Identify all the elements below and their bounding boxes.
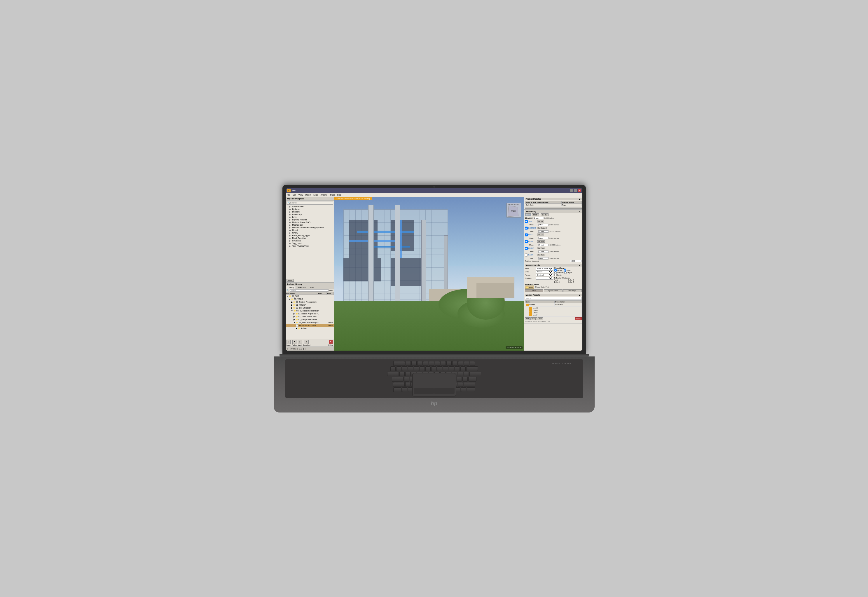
precision-select[interactable] — [536, 277, 553, 280]
follow-button[interactable]: ⚑ Follow — [292, 340, 297, 346]
key-z[interactable] — [405, 382, 410, 387]
preset-root-folder[interactable]: 701814... — [525, 303, 555, 306]
front-offset-input[interactable] — [538, 251, 548, 253]
key-f2[interactable] — [412, 361, 417, 366]
key-7[interactable] — [431, 366, 437, 371]
bottom-offset-input[interactable] — [538, 230, 548, 233]
tree-item-revit-family[interactable]: ▶ Revit_Family_Type — [286, 234, 334, 237]
key-enter[interactable] — [468, 377, 477, 382]
collapse-icon[interactable]: ▲ — [579, 211, 581, 212]
file-item[interactable]: ▶ 📁 01_VDCInP — [286, 304, 334, 306]
top-offset-input[interactable] — [538, 224, 548, 226]
tree-item-interiors[interactable]: ▶ Interiors — [286, 211, 334, 213]
front-checkbox[interactable] — [525, 247, 528, 250]
key-f9[interactable] — [452, 361, 458, 366]
tree-item-level[interactable]: ▶ Level — [286, 216, 334, 218]
clear-button[interactable]: Clear — [525, 289, 544, 292]
key-f6[interactable] — [435, 361, 440, 366]
tree-item-revit-function[interactable]: ▶ Revit_Function — [286, 237, 334, 239]
key-f7[interactable] — [441, 361, 446, 366]
key-backslash[interactable] — [470, 372, 481, 376]
key-f12[interactable] — [470, 361, 475, 366]
file-item[interactable]: ▼ 📁 03_RCS — [286, 295, 334, 298]
right-checkbox[interactable] — [525, 240, 528, 244]
lib-tab-library[interactable]: Library — [286, 286, 296, 289]
face-checkbox[interactable] — [564, 269, 566, 272]
menu-file[interactable]: File — [287, 194, 290, 196]
key-w[interactable] — [405, 372, 410, 376]
add-button[interactable]: + Add — [286, 279, 294, 282]
set-top-button[interactable]: Set Top — [537, 220, 544, 223]
tree-item-material-cad[interactable]: ▶ Material Name CAD — [286, 221, 334, 224]
tree-item-architectural[interactable]: ▶ Architectural — [286, 205, 334, 208]
key-f8[interactable] — [446, 361, 452, 366]
key-a[interactable] — [404, 377, 409, 382]
key-4[interactable] — [414, 366, 419, 371]
object-checkbox[interactable] — [564, 272, 567, 274]
key-f10[interactable] — [458, 361, 463, 366]
key-f4[interactable] — [423, 361, 428, 366]
midpoint-checkbox[interactable] — [554, 272, 557, 274]
file-item[interactable]: ▶ 📁 02_Trade Model Files — [286, 315, 334, 318]
set-right-button[interactable]: Set Right — [537, 240, 546, 243]
key-6[interactable] — [425, 366, 431, 371]
tree-item-tag-physical[interactable]: ▶ Tag_PhysicalType — [286, 245, 334, 247]
key-5[interactable] — [419, 366, 425, 371]
menu-archive[interactable]: Archive — [321, 194, 327, 196]
left-offset-input[interactable] — [538, 237, 548, 239]
menu-edit[interactable]: Edit — [293, 194, 296, 196]
tree-item-qaqc[interactable]: ▶ QAQC — [286, 232, 334, 234]
key-quote[interactable] — [462, 377, 468, 382]
set-bottom-button[interactable]: Set Bottom — [537, 227, 547, 229]
minimize-button[interactable]: ─ — [570, 189, 573, 192]
key-lctrl[interactable] — [393, 388, 401, 392]
file-item-highlighted[interactable]: 📄 09122019 Boom Blo... DWG — [286, 324, 334, 327]
tags-search-input[interactable] — [290, 202, 332, 204]
center-checkbox[interactable] — [554, 274, 557, 276]
key-lbracket[interactable] — [458, 372, 463, 376]
maximize-button[interactable]: □ — [574, 189, 577, 192]
menu-track[interactable]: Track — [330, 194, 335, 196]
set-front-button[interactable]: Set Front — [537, 247, 546, 249]
nav-cube[interactable]: FRONT RIGHT FRONT — [507, 203, 521, 217]
key-backspace[interactable] — [466, 366, 478, 371]
key-2[interactable] — [402, 366, 407, 371]
key-1[interactable] — [396, 366, 401, 371]
format-select[interactable]: Decimal — [536, 273, 553, 276]
menu-view[interactable]: View — [298, 194, 303, 196]
left-checkbox[interactable] — [525, 233, 528, 237]
key-8[interactable] — [437, 366, 442, 371]
offset-all-input[interactable] — [534, 217, 544, 219]
top-checkbox[interactable] — [525, 220, 528, 223]
file-item[interactable]: ▼ 📁 04_Floor Plan Backgrou... DWG — [286, 321, 334, 324]
key-minus[interactable] — [455, 366, 460, 371]
update-button[interactable] — [525, 208, 582, 209]
update-cloud-button[interactable]: Update Cloud — [544, 289, 563, 292]
file-item[interactable]: ▶ 📁 01_Master Alignment F... — [286, 312, 334, 315]
preset-level-3[interactable]: Level 3 — [526, 312, 581, 314]
key-q[interactable] — [400, 372, 405, 376]
key-lshift[interactable] — [393, 382, 405, 387]
collapse-icon[interactable]: ▲ — [579, 264, 581, 266]
lib-tab-filter[interactable]: Filter — [308, 286, 317, 289]
key-9[interactable] — [443, 366, 448, 371]
tree-item-tag-level[interactable]: ▶ Tag_Level — [286, 242, 334, 245]
set-box-button[interactable]: Set Box — [541, 214, 548, 216]
back-offset-input[interactable] — [538, 257, 548, 260]
settings-button[interactable]: ⚙ Settings — [563, 289, 582, 292]
sect-hide-button[interactable]: HIDE — [532, 214, 539, 216]
file-item[interactable]: ▼ 📁 3S_VDCO — [286, 298, 334, 301]
right-offset-input[interactable] — [538, 244, 548, 246]
set-back-button[interactable]: Set Back — [537, 254, 545, 256]
tags-search-bar[interactable]: 🔍 — [286, 201, 333, 205]
touchpad-right-button[interactable] — [434, 388, 455, 394]
lib-search-input[interactable] — [290, 289, 329, 292]
menu-logic[interactable]: Logic — [313, 194, 318, 196]
key-esc[interactable] — [393, 361, 405, 366]
rotation-input[interactable] — [570, 260, 582, 262]
back-checkbox[interactable] — [525, 253, 528, 257]
sect-off-button[interactable]: OFF — [525, 214, 531, 216]
close-button[interactable]: ✕ — [578, 189, 581, 192]
bottom-checkbox[interactable] — [525, 226, 528, 230]
key-slash[interactable] — [458, 382, 463, 387]
